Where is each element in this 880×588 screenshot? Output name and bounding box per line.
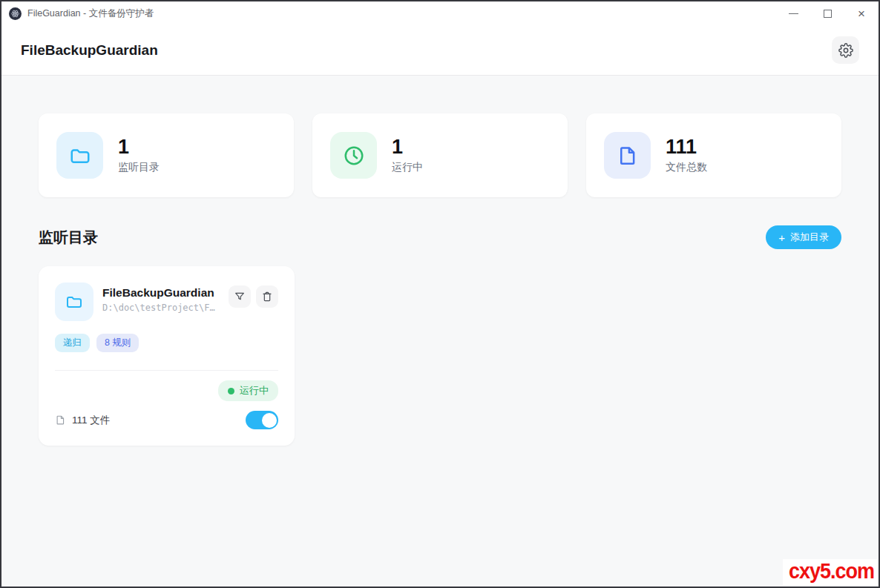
stat-text: 111 文件总数 xyxy=(666,136,707,174)
title-bar: FileGuardian - 文件备份守护者 × xyxy=(1,1,879,25)
toggle-knob xyxy=(262,413,277,428)
stat-card-watched-dirs: 1 监听目录 xyxy=(39,113,294,197)
stat-card-running: 1 运行中 xyxy=(312,113,568,197)
section-title: 监听目录 xyxy=(39,228,98,248)
maximize-button[interactable] xyxy=(810,1,844,25)
stat-value: 111 xyxy=(666,136,707,159)
directory-card-footer: 111 文件 xyxy=(55,411,278,429)
file-icon xyxy=(55,414,66,426)
window-controls: × xyxy=(776,1,879,25)
file-count: 111 文件 xyxy=(55,414,110,427)
status-dot-icon xyxy=(228,388,234,394)
delete-button[interactable] xyxy=(256,285,278,308)
app-logo-atom-icon xyxy=(9,7,22,20)
stat-value: 1 xyxy=(118,136,160,159)
file-count-label: 111 文件 xyxy=(72,414,110,427)
stat-label: 监听目录 xyxy=(118,161,160,174)
page-title: FileBackupGuardian xyxy=(21,42,158,59)
status-row: 运行中 xyxy=(55,380,278,401)
watch-toggle[interactable] xyxy=(246,411,278,429)
minimize-button[interactable] xyxy=(776,1,810,25)
plus-icon: + xyxy=(778,232,785,243)
directory-card: FileBackupGuardian D:\doc\testProject\F… xyxy=(39,266,295,446)
stat-text: 1 监听目录 xyxy=(118,136,160,174)
close-button[interactable]: × xyxy=(844,1,879,25)
tag-row: 递归 8 规则 xyxy=(55,334,278,352)
minimize-icon xyxy=(789,13,798,14)
status-label: 运行中 xyxy=(240,384,269,397)
file-icon xyxy=(604,132,651,179)
tag-rules: 8 规则 xyxy=(96,334,139,352)
close-icon: × xyxy=(858,7,865,20)
folder-icon xyxy=(56,132,103,179)
directory-actions xyxy=(229,283,278,308)
trash-icon xyxy=(261,291,273,303)
divider xyxy=(55,370,278,371)
filter-icon xyxy=(234,291,246,303)
maximize-icon xyxy=(824,10,832,18)
main-content: 1 监听目录 1 运行中 xyxy=(1,76,879,587)
filter-button[interactable] xyxy=(229,285,251,308)
directory-path: D:\doc\testProject\F… xyxy=(102,303,215,313)
stat-label: 文件总数 xyxy=(666,161,707,174)
folder-icon xyxy=(55,283,93,321)
app-header: FileBackupGuardian xyxy=(1,25,879,76)
directory-name: FileBackupGuardian xyxy=(102,286,215,300)
clock-icon xyxy=(330,132,377,179)
status-badge: 运行中 xyxy=(218,380,278,401)
stat-text: 1 运行中 xyxy=(392,136,423,174)
stat-value: 1 xyxy=(392,136,423,159)
directory-titles: FileBackupGuardian D:\doc\testProject\F… xyxy=(102,283,215,313)
directory-card-header: FileBackupGuardian D:\doc\testProject\F… xyxy=(55,283,278,321)
watermark-text: cxy5.com xyxy=(789,559,874,584)
app-window: FileGuardian - 文件备份守护者 × FileBackupGuard… xyxy=(0,0,880,588)
add-directory-label: 添加目录 xyxy=(790,231,829,244)
stat-label: 运行中 xyxy=(392,161,423,174)
section-header: 监听目录 + 添加目录 xyxy=(39,225,841,249)
tag-recursive: 递归 xyxy=(55,334,90,352)
stat-card-total-files: 111 文件总数 xyxy=(586,113,841,197)
watermark: cxy5.com xyxy=(783,559,877,585)
window-title: FileGuardian - 文件备份守护者 xyxy=(27,7,154,20)
gear-icon xyxy=(838,43,853,58)
add-directory-button[interactable]: + 添加目录 xyxy=(766,225,841,249)
stats-row: 1 监听目录 1 运行中 xyxy=(39,113,841,197)
settings-button[interactable] xyxy=(832,36,859,64)
